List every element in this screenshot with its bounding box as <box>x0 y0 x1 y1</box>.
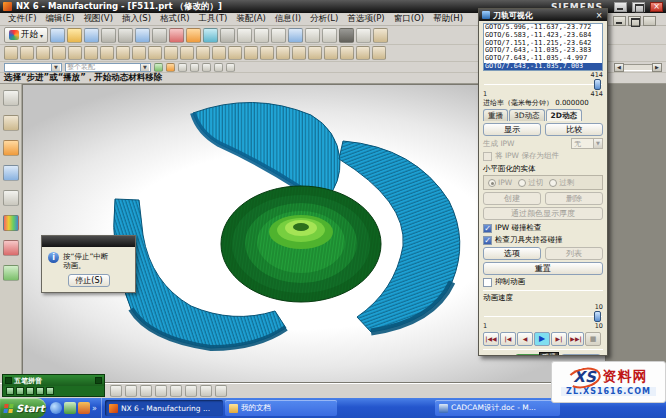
ime-menu-icon[interactable] <box>95 377 102 384</box>
quick-launch-icon[interactable] <box>64 402 76 414</box>
shaded-view-icon[interactable] <box>339 28 354 43</box>
minimize-button[interactable] <box>614 2 627 12</box>
taskbar-item[interactable]: NX 6 - Manufacturing ... <box>105 400 223 416</box>
cut-scissors-icon[interactable] <box>118 28 133 43</box>
mfg-operation-icon[interactable] <box>20 46 34 60</box>
start-application-button[interactable]: 开始 ▾ <box>4 27 48 43</box>
circle-select-icon[interactable] <box>305 28 320 43</box>
create-button[interactable]: 创建 <box>483 192 541 205</box>
dialog-title-bar[interactable]: 刀轨可视化 × <box>479 9 607 21</box>
lasso-select-icon[interactable] <box>202 63 211 72</box>
options-button[interactable]: 选项 <box>483 247 541 260</box>
child-minimize-button[interactable] <box>613 16 626 26</box>
plot-icon[interactable] <box>101 28 116 43</box>
delete-icon[interactable] <box>169 28 184 43</box>
slider-thumb[interactable] <box>594 311 601 322</box>
stop-dialog-title-bar[interactable] <box>42 236 135 247</box>
radio-option-2[interactable]: 过剩 <box>549 178 574 188</box>
chart-icon[interactable] <box>3 215 19 231</box>
play-backward-button[interactable]: ◀ <box>517 332 533 346</box>
mfg-operation-icon[interactable] <box>372 46 386 60</box>
wireframe-icon[interactable] <box>220 28 235 43</box>
slider-track[interactable] <box>484 316 602 317</box>
menu-item[interactable]: 首选项(P) <box>343 13 388 25</box>
slider-track[interactable] <box>484 84 602 85</box>
menu-item[interactable]: 插入(S) <box>118 13 155 25</box>
save-ipw-checkbox[interactable] <box>483 152 492 161</box>
snap-point-icon[interactable] <box>373 28 388 43</box>
mfg-operation-icon[interactable] <box>132 46 146 60</box>
view-tool-icon[interactable] <box>140 385 152 397</box>
suppress-animation-checkbox[interactable] <box>483 278 492 287</box>
nav-history-icon[interactable] <box>3 90 19 106</box>
view-tool-icon[interactable] <box>170 385 182 397</box>
menu-item[interactable]: 视图(V) <box>80 13 117 25</box>
layout-1-icon[interactable] <box>237 28 252 43</box>
mfg-operation-icon[interactable] <box>100 46 114 60</box>
mfg-operation-icon[interactable] <box>180 46 194 60</box>
combo-arrow-icon[interactable]: ▼ <box>51 64 60 71</box>
child-close-button[interactable] <box>643 16 656 26</box>
save-icon[interactable] <box>84 28 99 43</box>
skip-to-start-button[interactable]: |◀◀ <box>483 332 499 346</box>
menu-item[interactable]: 帮助(H) <box>429 13 467 25</box>
mfg-operation-icon[interactable] <box>4 46 18 60</box>
menu-item[interactable]: 装配(A) <box>232 13 269 25</box>
copy-icon[interactable] <box>135 28 150 43</box>
palette-icon[interactable] <box>3 115 19 131</box>
undo-icon[interactable] <box>186 28 201 43</box>
star-filter-icon[interactable] <box>166 63 175 72</box>
mfg-operation-icon[interactable] <box>116 46 130 60</box>
mfg-operation-icon[interactable] <box>228 46 242 60</box>
view-tool-icon[interactable] <box>185 385 197 397</box>
goto-list[interactable]: GOTO/5.996,-11.637,-23.772GOTO/6.583,-11… <box>483 23 603 71</box>
mfg-operation-icon[interactable] <box>308 46 322 60</box>
thickness-by-color-button[interactable]: 通过颜色显示厚度 <box>483 207 603 220</box>
mfg-operation-icon[interactable] <box>276 46 290 60</box>
render-style-icon[interactable] <box>356 28 371 43</box>
maximize-button[interactable] <box>632 2 645 12</box>
mfg-operation-icon[interactable] <box>244 46 258 60</box>
scroll-track[interactable] <box>624 64 652 71</box>
holder-collision-checkbox[interactable]: ✓ <box>483 236 492 245</box>
goto-line[interactable]: GOTO/7.643,-11.035,7.003 <box>484 63 602 71</box>
view-tool-icon[interactable] <box>215 385 227 397</box>
mfg-operation-icon[interactable] <box>68 46 82 60</box>
globe-icon[interactable] <box>3 165 19 181</box>
ime-tool-icon[interactable] <box>36 387 44 395</box>
ie-icon[interactable] <box>50 402 62 414</box>
taskbar-item[interactable]: 我的文档 <box>225 400 337 416</box>
menu-item[interactable]: 信息(I) <box>271 13 305 25</box>
paste-icon[interactable] <box>152 28 167 43</box>
view-tool-icon[interactable] <box>125 385 137 397</box>
start-menu-button[interactable]: Start <box>0 398 46 418</box>
sketch-icon[interactable] <box>3 140 19 156</box>
scroll-left-icon[interactable]: ◀ <box>614 63 624 72</box>
slider-thumb[interactable] <box>594 79 601 90</box>
mfg-operation-icon[interactable] <box>260 46 274 60</box>
generate-ipw-combo[interactable]: 无 ▼ <box>571 138 603 149</box>
dialog-tab-2[interactable]: 2D动态 <box>546 109 582 121</box>
view-tool-icon[interactable] <box>110 385 122 397</box>
view-tool-icon[interactable] <box>155 385 167 397</box>
step-forward-button[interactable]: ▶| <box>551 332 567 346</box>
new-file-icon[interactable] <box>50 28 65 43</box>
layout-2-icon[interactable] <box>254 28 269 43</box>
roles-icon[interactable] <box>3 265 19 281</box>
menu-item[interactable]: 窗口(O) <box>390 13 428 25</box>
child-restore-button[interactable] <box>628 16 641 26</box>
mfg-operation-icon[interactable] <box>148 46 162 60</box>
mfg-operation-icon[interactable] <box>292 46 306 60</box>
ime-tool-icon[interactable] <box>26 387 34 395</box>
radio-option-1[interactable]: 过切 <box>518 178 543 188</box>
selection-type-combo[interactable]: ▼ <box>4 63 62 72</box>
step-back-button[interactable]: |◀ <box>500 332 516 346</box>
menu-item[interactable]: 编辑(E) <box>42 13 79 25</box>
combo-arrow-icon[interactable]: ▼ <box>593 139 602 148</box>
swap-arrows-icon[interactable] <box>178 63 187 72</box>
animation-speed-slider[interactable] <box>483 311 603 322</box>
mfg-operation-icon[interactable] <box>356 46 370 60</box>
reset-button[interactable]: 重置 <box>483 262 603 275</box>
dialog-tab-0[interactable]: 重播 <box>483 109 508 121</box>
stop-button[interactable]: ■ <box>585 332 601 346</box>
